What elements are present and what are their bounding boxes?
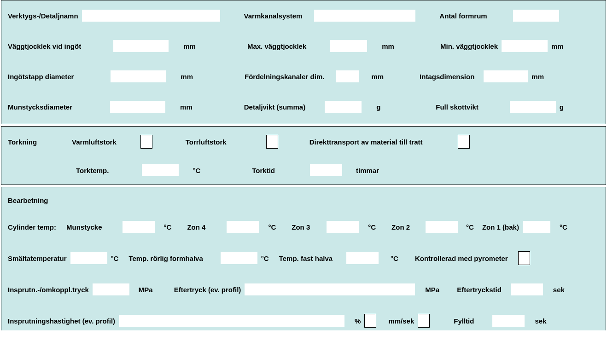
drying-label: Torkning	[8, 138, 37, 146]
direct-transport-check[interactable]	[458, 135, 470, 149]
inj-speed-label: Insprutningshastighet (ev. profil)	[8, 317, 115, 325]
unit-mm: mm	[180, 103, 193, 111]
unit-mm: mm	[531, 73, 544, 81]
cyl-temp-label: Cylinder temp:	[8, 223, 56, 231]
unit-c: °C	[261, 254, 269, 262]
hold-time-label: Eftertryckstid	[457, 286, 502, 294]
moving-half-label: Temp. rörlig formhalva	[128, 254, 203, 262]
min-wall-input[interactable]	[502, 40, 548, 52]
unit-mmsek: mm/sek	[388, 317, 414, 325]
sprue-dia-label: Ingötstapp diameter	[8, 73, 74, 81]
dry-time-label: Torktid	[252, 167, 275, 174]
zone3-label: Zon 3	[292, 223, 310, 231]
fixed-half-input[interactable]	[346, 252, 379, 264]
zone1-input[interactable]	[523, 221, 550, 233]
max-wall-input[interactable]	[330, 40, 367, 52]
runners-dim-input[interactable]	[336, 70, 359, 82]
mmsek-check[interactable]	[418, 314, 430, 328]
nozzle-temp-input[interactable]	[123, 221, 155, 233]
fixed-half-label: Temp. fast halva	[279, 254, 333, 262]
pyrometer-check[interactable]	[518, 251, 530, 265]
gate-dim-input[interactable]	[484, 70, 528, 82]
zone3-input[interactable]	[327, 221, 359, 233]
unit-c: °C	[193, 167, 200, 174]
hold-time-input[interactable]	[511, 283, 543, 295]
unit-sek: sek	[553, 286, 565, 294]
part-weight-label: Detaljvikt (summa)	[244, 103, 305, 111]
sprue-dia-input[interactable]	[111, 70, 166, 82]
gate-dim-label: Intagsdimension	[420, 73, 474, 81]
unit-c: °C	[560, 223, 567, 231]
unit-c: °C	[268, 223, 276, 231]
unit-mm: mm	[181, 73, 193, 81]
inj-press-label: Insprutn.-/omkoppl.tryck	[8, 286, 89, 294]
wall-at-gate-label: Väggtjocklek vid ingöt	[8, 42, 81, 50]
dry-air-label: Torrluftstork	[186, 138, 227, 146]
pyrometer-label: Kontrollerad med pyrometer	[415, 254, 508, 262]
hot-runner-input[interactable]	[314, 10, 415, 22]
unit-c: °C	[368, 223, 376, 231]
max-wall-label: Max. väggtjocklek	[247, 42, 306, 50]
tool-name-label: Verktygs-/Detaljnamn	[8, 12, 78, 20]
zone4-input[interactable]	[227, 221, 259, 233]
unit-mm: mm	[382, 42, 394, 50]
unit-c: °C	[391, 254, 398, 262]
hold-press-label: Eftertryck (ev. profil)	[174, 286, 241, 294]
unit-g: g	[376, 103, 380, 111]
unit-c: °C	[164, 223, 172, 231]
unit-mpa: MPa	[425, 286, 439, 294]
zone1-label: Zon 1 (bak)	[482, 223, 519, 231]
hot-runner-label: Varmkanalsystem	[244, 12, 303, 20]
percent-check[interactable]	[364, 314, 376, 328]
unit-c: °C	[466, 223, 474, 231]
cavities-input[interactable]	[513, 10, 559, 22]
unit-mpa: MPa	[139, 286, 153, 294]
direct-transport-label: Direkttransport av material till tratt	[309, 138, 423, 146]
unit-h: timmar	[356, 167, 379, 174]
dry-temp-input[interactable]	[142, 164, 179, 176]
unit-sek: sek	[535, 317, 546, 325]
dry-air-check[interactable]	[266, 135, 278, 149]
zone2-input[interactable]	[426, 221, 458, 233]
melt-temp-input[interactable]	[70, 252, 107, 264]
inj-press-input[interactable]	[93, 283, 129, 295]
moving-half-input[interactable]	[221, 252, 257, 264]
dry-temp-label: Torktemp.	[76, 167, 109, 174]
unit-mm: mm	[371, 73, 384, 81]
dry-time-input[interactable]	[310, 164, 342, 176]
processing-label: Bearbetning	[8, 196, 48, 204]
drying-section: Torkning Varmluftstork Torrluftstork Dir…	[1, 126, 606, 185]
zone4-label: Zon 4	[187, 223, 205, 231]
nozzle-dia-label: Munstycksdiameter	[8, 103, 72, 111]
hold-press-input[interactable]	[245, 283, 415, 295]
unit-mm: mm	[183, 42, 196, 50]
wall-at-gate-input[interactable]	[113, 40, 169, 52]
shot-weight-label: Full skottvikt	[436, 103, 479, 111]
inj-speed-input[interactable]	[119, 315, 344, 327]
shot-weight-input[interactable]	[510, 101, 556, 113]
cavities-label: Antal formrum	[439, 12, 487, 20]
hot-air-label: Varmluftstork	[72, 138, 117, 146]
runners-dim-label: Fördelningskanaler dim.	[245, 73, 324, 81]
tool-name-input[interactable]	[82, 10, 220, 22]
fill-time-label: Fylltid	[454, 317, 474, 325]
hot-air-check[interactable]	[140, 135, 152, 149]
unit-g: g	[560, 103, 564, 111]
fill-time-input[interactable]	[492, 315, 525, 327]
part-weight-input[interactable]	[325, 101, 362, 113]
unit-c: °C	[111, 254, 119, 262]
nozzle-dia-input[interactable]	[110, 101, 165, 113]
unit-mm: mm	[551, 42, 564, 50]
processing-section: Bearbetning Cylinder temp: Munstycke °C …	[1, 187, 606, 330]
tool-section: Verktygs-/Detaljnamn Varmkanalsystem Ant…	[1, 0, 606, 124]
zone2-label: Zon 2	[391, 223, 410, 231]
nozzle-label: Munstycke	[66, 223, 102, 231]
min-wall-label: Min. väggtjocklek	[440, 42, 498, 50]
melt-temp-label: Smältatemperatur	[8, 254, 67, 262]
unit-percent: %	[355, 317, 361, 325]
